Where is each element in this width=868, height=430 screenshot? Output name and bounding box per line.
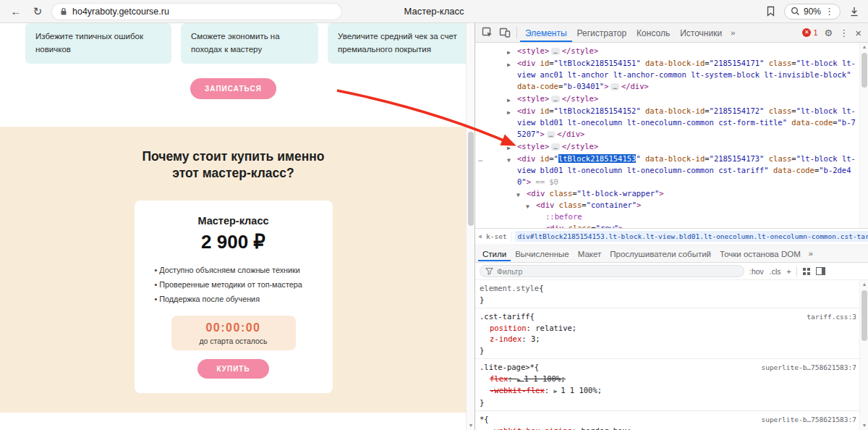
download-icon[interactable] (849, 7, 859, 17)
dom-tree-entry[interactable]: ▼<div class="container"> (475, 199, 859, 211)
pseudo-toggle[interactable]: .cls (770, 267, 781, 276)
dom-tree-entry[interactable]: ▶<style>…</style> (475, 93, 859, 105)
expand-longhand-icon[interactable]: ▶ (554, 388, 561, 395)
scroll-down-icon[interactable]: ▼ (467, 423, 475, 428)
pseudo-toggle-group: :hov.cls+ (749, 267, 791, 276)
breadcrumb-scroll-left-icon[interactable]: ◀ (475, 233, 485, 240)
devtools-tab-elements[interactable]: Элементы (520, 24, 572, 42)
zoom-indicator[interactable]: 90% ⋮ (784, 4, 841, 20)
stylesheet-source-link[interactable]: superlite-b…758621583:7 (761, 414, 856, 426)
code-token: <style> (517, 142, 549, 151)
pseudo-toggle[interactable]: + (787, 267, 791, 276)
reload-icon[interactable]: ↻ (30, 5, 45, 18)
devtools-tab-sources[interactable]: Источники (675, 24, 727, 42)
styles-scrollbar[interactable]: ▲ ▼ (859, 280, 868, 430)
styles-filter-input[interactable]: Фильтр (480, 265, 744, 277)
dom-tree-entry[interactable]: ▼<div class="row"> (475, 222, 859, 228)
rule-selector-line[interactable]: element.style { (480, 283, 856, 295)
error-count: 1 (813, 28, 817, 37)
computed-panel-icon[interactable] (816, 267, 825, 275)
sidebar-tab[interactable]: Прослушиватели событий (605, 245, 715, 261)
bookmark-icon[interactable] (766, 6, 775, 17)
css-property[interactable]: position: relative; (480, 323, 856, 334)
sidebar-tab[interactable]: Стили (478, 245, 511, 261)
stylesheet-source-link[interactable]: tariff.css:3 (807, 311, 856, 323)
devtools-menu-icon[interactable]: ⋮ (839, 28, 848, 38)
zoom-menu-icon[interactable]: ⋮ (825, 6, 834, 17)
dom-tree-entry[interactable]: ▶<div id="ltBlock2185154152" data-block-… (475, 105, 859, 140)
styles-scrollbar-thumb[interactable] (861, 290, 867, 341)
sidebar-tab[interactable]: Макет (574, 245, 606, 261)
breadcrumb-item-selected[interactable]: div#ltBlock2185154153.lt-block.lt-view.b… (515, 231, 868, 242)
tariff-price: 2 900 ₽ (155, 231, 312, 253)
settings-gear-icon[interactable]: ⚙ (825, 28, 833, 38)
devtools-panel: ЭлементыРегистраторКонсольИсточники » ✕ … (475, 23, 868, 430)
signup-row: ЗАПИСАТЬСЯ (0, 78, 467, 99)
code-token: data-code (769, 166, 814, 174)
code-token: … (551, 96, 559, 103)
buy-button[interactable]: КУПИТЬ (197, 359, 268, 379)
code-token: "container" (587, 201, 637, 209)
styles-scroll-up-icon[interactable]: ▲ (860, 282, 868, 287)
back-icon[interactable]: ← (9, 5, 23, 17)
tree-scrollbar[interactable]: ▲ (859, 43, 868, 228)
dom-tree-entry[interactable]: ▼<div class="lt-block-wrapper"> (475, 187, 859, 199)
page-scrollbar-thumb[interactable] (468, 132, 474, 226)
breadcrumb-item-partial[interactable]: k-set (485, 231, 512, 242)
sidebar-tab[interactable]: Точки останова DOM (715, 245, 805, 261)
twisty-icon[interactable]: ▶ (507, 59, 511, 71)
code-token: data-code (787, 118, 833, 127)
code-token: "2185154173" (710, 154, 765, 163)
scroll-up-icon[interactable]: ▲ (860, 44, 868, 49)
address-bar[interactable]: ho4yraboty.getcourse.ru (52, 4, 341, 20)
console-error-badge[interactable]: ✕ 1 (802, 28, 817, 37)
pseudo-toggle[interactable]: :hov (749, 267, 764, 276)
twisty-icon[interactable]: ▼ (507, 155, 511, 166)
expand-longhand-icon[interactable]: ▶ (517, 376, 524, 383)
code-token: <style> (517, 94, 549, 103)
dom-tree-entry[interactable]: ▶<style>…</style> (475, 45, 859, 57)
rule-selector-line[interactable]: .lite-page>* {superlite-b…758621583:7 (480, 362, 856, 374)
sidebar-more-tabs-icon[interactable]: » (805, 249, 817, 258)
rule-selector-line[interactable]: * {superlite-b…758621583:7 (480, 414, 856, 426)
css-property[interactable]: -webkit-box-sizing: border-box; (480, 426, 856, 430)
code-token: data-block-id (641, 154, 705, 163)
code-token: <div (517, 59, 535, 67)
filter-funnel-icon (485, 267, 493, 275)
css-property[interactable]: z-index: 3; (480, 334, 856, 345)
code-token: > (604, 82, 608, 90)
row-overflow-icon: … (478, 153, 482, 164)
signup-button[interactable]: ЗАПИСАТЬСЯ (190, 78, 276, 99)
dom-tree-entry[interactable]: ::before (475, 211, 859, 222)
dom-tree-entry[interactable]: ▶<div id="ltBlock2185154151" data-block-… (475, 57, 859, 93)
css-property[interactable]: flex: ▶ 1 1 100%; (480, 374, 856, 386)
twisty-icon[interactable]: ▶ (507, 107, 511, 119)
dom-tree-entry[interactable]: ▶<style>…</style> (475, 140, 859, 153)
grid-toggle-icon[interactable] (802, 267, 811, 276)
code-token: " (554, 154, 558, 163)
style-rules: element.style {}.cst-tariff {tariff.css:… (475, 280, 859, 430)
stylesheet-source-link[interactable]: superlite-b…758621583:7 (761, 362, 856, 374)
sidebar-tab[interactable]: Вычисленные (511, 245, 574, 261)
tariff-section: Почему стоит купить именно этот мастер-к… (0, 127, 467, 413)
devtools-tab-console[interactable]: Консоль (631, 24, 675, 42)
rule-selector-line[interactable]: .cst-tariff {tariff.css:3 (480, 311, 856, 323)
styles-sidebar-tabs: СтилиВычисленныеМакетПрослушиватели собы… (475, 244, 868, 263)
page-scrollbar[interactable]: ▼ (466, 23, 475, 430)
styles-scroll-down-icon[interactable]: ▼ (860, 423, 868, 428)
magnifier-icon (791, 7, 800, 16)
inspect-element-icon[interactable] (479, 25, 496, 41)
devtools-close-icon[interactable]: × (855, 27, 861, 39)
code-token: "ltBlock2185154151" (554, 59, 641, 67)
code-token: class (764, 59, 791, 67)
tariff-card: Мастер-класс 2 900 ₽ Доступно объясняем … (135, 201, 333, 393)
devtools-tab-recorder[interactable]: Регистратор (572, 24, 632, 42)
css-property[interactable]: -webkit-flex: ▶ 1 1 100%; (480, 385, 856, 397)
device-toolbar-icon[interactable] (496, 25, 514, 41)
tree-scrollbar-thumb[interactable] (861, 53, 867, 88)
dom-tree-entry[interactable]: …▼<div id="ltBlock2185154153" data-block… (475, 153, 859, 187)
timer-label: до старта осталось (171, 337, 296, 345)
more-tabs-icon[interactable]: » (727, 28, 739, 37)
rule-selector: element.style (480, 283, 539, 295)
css-property-name: -webkit-box-sizing (490, 426, 572, 430)
